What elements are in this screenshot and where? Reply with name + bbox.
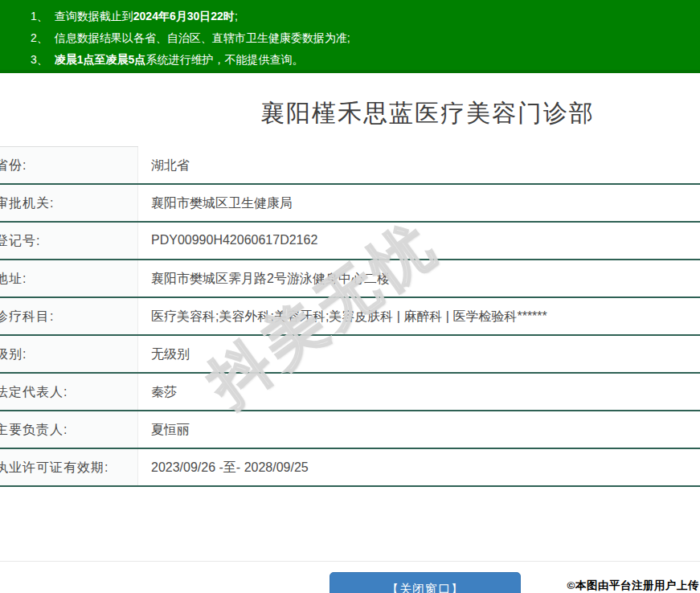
row-label: 法定代表人: (0, 374, 138, 410)
copyright-notice: ©本图由平台注册用户上传 (567, 579, 699, 593)
license-query-result-page: 1、查询数据截止到2024年6月30日22时; 2、信息数据结果以各省、自治区、… (0, 0, 700, 593)
notice-text-bold: 凌晨1点至凌晨5点 (55, 53, 146, 66)
table-row-registration-number: 登记号: PDY00990H42060617D2162 (0, 223, 700, 260)
table-row-medical-subjects: 诊疗科目: 医疗美容科;美容外科;美容牙科;美容皮肤科 | 麻醉科 | 医学检验… (0, 298, 700, 336)
row-label: 诊疗科目: (0, 298, 138, 334)
row-label: 省份: (0, 147, 138, 183)
row-label: 地址: (0, 260, 138, 296)
notice-number: 1、 (31, 10, 48, 22)
row-value: 湖北省 (138, 147, 700, 183)
page-title: 襄阳槿禾思蓝医疗美容门诊部 (155, 97, 700, 130)
table-row-main-person-in-charge: 主要负责人: 夏恒丽 (0, 411, 700, 449)
notice-number: 2、 (31, 31, 48, 44)
row-label: 主要负责人: (0, 411, 138, 448)
notice-line-1: 1、查询数据截止到2024年6月30日22时; (31, 6, 700, 27)
notice-text: 系统进行维护，不能提供查询。 (145, 53, 303, 66)
row-value: 夏恒丽 (138, 411, 700, 448)
table-row-level: 级别: 无级别 (0, 336, 700, 374)
row-value: 2023/09/26 -至- 2028/09/25 (138, 449, 700, 485)
notice-text: 信息数据结果以各省、自治区、直辖市卫生健康委数据为准; (55, 31, 350, 44)
row-value: 秦莎 (138, 374, 700, 410)
row-label: 审批机关: (0, 185, 138, 221)
row-value: 医疗美容科;美容外科;美容牙科;美容皮肤科 | 麻醉科 | 医学检验科*****… (138, 298, 700, 334)
row-value: PDY00990H42060617D2162 (138, 223, 700, 259)
table-row-address: 地址: 襄阳市樊城区霁月路2号游泳健身中心二楼 (0, 260, 700, 298)
notice-bar: 1、查询数据截止到2024年6月30日22时; 2、信息数据结果以各省、自治区、… (0, 0, 700, 73)
row-label: 登记号: (0, 223, 138, 259)
close-window-button[interactable]: 【关闭窗口】 (330, 572, 521, 593)
notice-line-2: 2、信息数据结果以各省、自治区、直辖市卫生健康委数据为准; (31, 27, 700, 49)
notice-number: 3、 (31, 53, 48, 66)
notice-text: ; (235, 10, 238, 22)
notice-text-bold: 2024年6月30日22时 (133, 10, 235, 22)
row-value: 无级别 (138, 336, 700, 372)
table-row-province: 省份: 湖北省 (0, 147, 700, 185)
table-row-approval-authority: 审批机关: 襄阳市樊城区卫生健康局 (0, 185, 700, 223)
footer-divider (0, 561, 700, 562)
notice-text: 查询数据截止到 (55, 10, 133, 22)
row-label: 级别: (0, 336, 138, 372)
row-value: 襄阳市樊城区霁月路2号游泳健身中心二楼 (138, 260, 700, 296)
table-row-legal-representative: 法定代表人: 秦莎 (0, 374, 700, 411)
row-value: 襄阳市樊城区卫生健康局 (138, 185, 700, 221)
table-row-license-validity: 执业许可证有效期: 2023/09/26 -至- 2028/09/25 (0, 449, 700, 487)
row-label: 执业许可证有效期: (0, 449, 138, 485)
notice-line-3: 3、凌晨1点至凌晨5点系统进行维护，不能提供查询。 (31, 49, 700, 71)
license-info-table: 省份: 湖北省 审批机关: 襄阳市樊城区卫生健康局 登记号: PDY00990H… (0, 147, 700, 487)
